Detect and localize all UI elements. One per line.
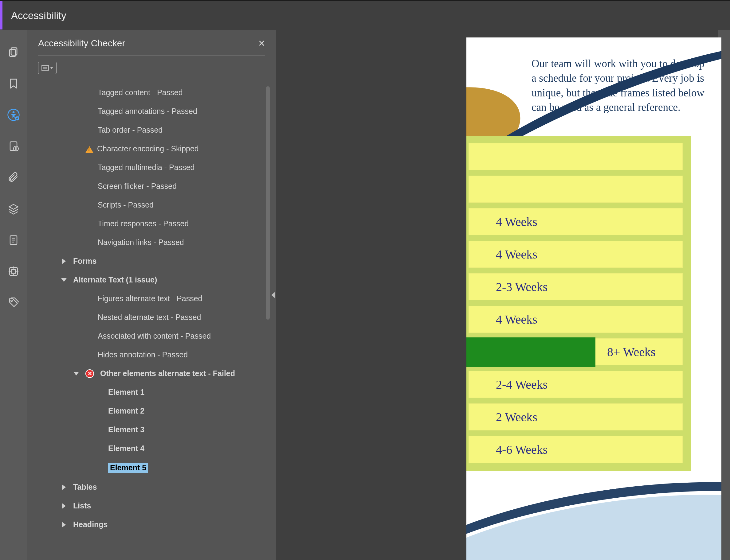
- decorative-navy-arc-bottom: [467, 455, 721, 560]
- top-bar: Accessibility: [0, 0, 730, 30]
- tree-item-label: Screen flicker - Passed: [98, 182, 177, 190]
- tree-item-label: Tab order - Passed: [98, 126, 162, 134]
- group-other-alt-text-failed[interactable]: ✕Other elements alternate text - Failed: [27, 364, 276, 383]
- schedule-row-label: 4 Weeks: [496, 312, 537, 327]
- tree-item-label: Hides annotation - Passed: [98, 350, 188, 359]
- bookmark-icon[interactable]: [7, 77, 20, 90]
- info-icon[interactable]: i: [7, 139, 20, 153]
- check-item[interactable]: Navigation links - Passed: [27, 233, 276, 252]
- group-lists[interactable]: Lists: [27, 496, 276, 515]
- tree-item-label: Figures alternate text - Passed: [98, 294, 202, 303]
- tree-item-label: Element 5: [108, 463, 148, 473]
- group-tables[interactable]: Tables: [27, 478, 276, 496]
- group-alternate-text[interactable]: Alternate Text (1 issue): [27, 270, 276, 289]
- schedule-row: 2-3 Weeks: [469, 273, 683, 300]
- tree-item-label: Element 2: [108, 406, 144, 415]
- svg-rect-13: [12, 270, 16, 274]
- error-icon: ✕: [85, 369, 94, 378]
- check-item[interactable]: Associated with content - Passed: [27, 327, 276, 345]
- svg-point-3: [13, 111, 15, 113]
- tree-item-label: Headings: [73, 520, 108, 529]
- pages-icon[interactable]: [7, 45, 20, 59]
- document-page[interactable]: Our team will work with you to develop a…: [467, 37, 721, 560]
- check-item[interactable]: Screen flicker - Passed: [27, 177, 276, 196]
- tags-icon[interactable]: [7, 296, 20, 309]
- icon-rail: i: [0, 30, 27, 560]
- schedule-table: 4 Weeks4 Weeks2-3 Weeks4 Weeks8+ Weeks2-…: [467, 136, 691, 471]
- schedule-row-label: 2-3 Weeks: [496, 280, 548, 294]
- accessibility-icon[interactable]: [7, 108, 20, 122]
- tree-item-label: Character encoding - Skipped: [97, 144, 199, 153]
- intro-paragraph: Our team will work with you to develop a…: [532, 56, 707, 115]
- schedule-row-label: 2 Weeks: [496, 410, 537, 424]
- failed-element[interactable]: Element 5: [27, 458, 276, 478]
- svg-text:i: i: [16, 147, 17, 151]
- divider: [38, 55, 265, 56]
- chevron-right-icon: [61, 503, 67, 509]
- check-item-skipped[interactable]: Character encoding - Skipped: [27, 139, 276, 158]
- schedule-row: 2 Weeks: [469, 403, 683, 430]
- list-view-icon: [41, 65, 49, 71]
- tree-item-label: Element 3: [108, 425, 144, 434]
- schedule-row-label: 4 Weeks: [496, 215, 537, 229]
- chevron-left-icon: [271, 292, 275, 298]
- tree-item-label: Navigation links - Passed: [98, 238, 184, 247]
- svg-rect-12: [10, 267, 17, 275]
- schedule-row: 4-6 Weeks: [469, 436, 683, 463]
- chevron-down-icon: [61, 277, 67, 283]
- scrollbar[interactable]: [266, 86, 270, 320]
- check-item[interactable]: Figures alternate text - Passed: [27, 289, 276, 308]
- failed-element[interactable]: Element 3: [27, 420, 276, 439]
- check-item[interactable]: Tagged annotations - Passed: [27, 102, 276, 121]
- schedule-row: [469, 176, 683, 203]
- close-icon[interactable]: ×: [258, 37, 265, 50]
- svg-point-18: [11, 300, 12, 301]
- warning-icon: [85, 145, 93, 153]
- schedule-row: 8+ Weeks: [469, 338, 683, 365]
- check-item[interactable]: Hides annotation - Passed: [27, 345, 276, 364]
- schedule-row-label: 4-6 Weeks: [496, 442, 548, 457]
- tree-item-label: Lists: [73, 501, 91, 510]
- tree-item-label: Element 1: [108, 388, 144, 396]
- failed-element[interactable]: Element 4: [27, 439, 276, 458]
- schedule-row: 4 Weeks: [469, 241, 683, 268]
- schedule-row: [469, 143, 683, 170]
- tree-item-label: Tagged content - Passed: [98, 88, 183, 97]
- failed-element[interactable]: Element 1: [27, 383, 276, 402]
- schedule-row-label: 2-4 Weeks: [496, 377, 548, 392]
- stamp-icon[interactable]: [7, 265, 20, 278]
- tree-item-label: Scripts - Passed: [98, 200, 154, 209]
- check-item[interactable]: Scripts - Passed: [27, 196, 276, 214]
- accessibility-checker-panel: Accessibility Checker × Tagged content -…: [27, 30, 276, 560]
- check-item[interactable]: Timed responses - Passed: [27, 214, 276, 233]
- tree-item-label: Tagged annotations - Passed: [98, 107, 197, 115]
- schedule-row: 2-4 Weeks: [469, 371, 683, 398]
- chevron-down-icon: [50, 67, 53, 69]
- schedule-row-label: 8+ Weeks: [607, 345, 655, 359]
- check-item[interactable]: Tagged content - Passed: [27, 83, 276, 102]
- chevron-right-icon: [61, 258, 67, 264]
- layers-icon[interactable]: [7, 202, 20, 216]
- checker-tree: Tagged content - PassedTagged annotation…: [27, 80, 276, 560]
- tree-item-label: Alternate Text (1 issue): [73, 275, 157, 284]
- attachments-icon[interactable]: [7, 171, 20, 184]
- report-icon[interactable]: [7, 233, 20, 247]
- top-bar-title: Accessibility: [11, 10, 66, 21]
- check-item[interactable]: Tab order - Passed: [27, 121, 276, 139]
- chevron-down-icon: [73, 371, 79, 377]
- check-item[interactable]: Tagged multimedia - Passed: [27, 158, 276, 177]
- collapse-panel-button[interactable]: [270, 287, 276, 303]
- tree-item-label: Nested alternate text - Passed: [98, 313, 201, 321]
- document-viewer: Our team will work with you to develop a…: [276, 30, 730, 560]
- group-headings[interactable]: Headings: [27, 515, 276, 534]
- view-options-dropdown[interactable]: [38, 62, 57, 74]
- checker-panel-title: Accessibility Checker: [38, 38, 125, 49]
- tree-item-label: Timed responses - Passed: [98, 219, 189, 228]
- chevron-right-icon: [61, 484, 67, 490]
- tree-item-label: Element 4: [108, 444, 144, 453]
- failed-element[interactable]: Element 2: [27, 402, 276, 420]
- tree-item-label: Tagged multimedia - Passed: [98, 163, 194, 172]
- group-forms[interactable]: Forms: [27, 252, 276, 270]
- check-item[interactable]: Nested alternate text - Passed: [27, 308, 276, 327]
- tree-item-label: Associated with content - Passed: [98, 332, 211, 340]
